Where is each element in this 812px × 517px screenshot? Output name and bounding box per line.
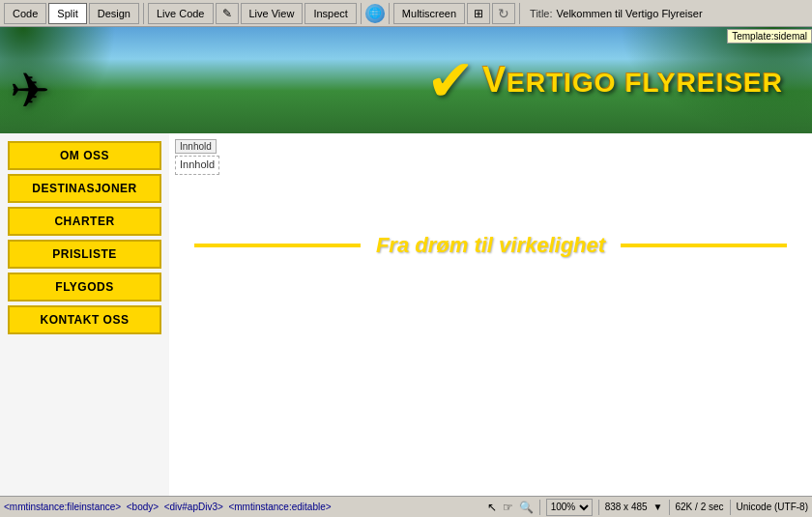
separator-1 [143,3,144,24]
status-path: <mmtinstance:fileinstance> <body> <div#a… [4,502,487,512]
logo-v: V [482,60,507,100]
statusbar: <mmtinstance:fileinstance> <body> <div#a… [0,496,812,517]
nav-item-flygods[interactable]: FLYGODS [8,273,161,302]
status-right: ↖ ☞ 🔍 100% 838 x 485 ▼ 62K / 2 sec Unico… [487,499,808,516]
content-panel: Innhold Innhold Fra drøm til virkelighet [169,133,812,496]
arrow-icon: ▼ [653,502,663,512]
zoom-icon[interactable]: 🔍 [519,501,534,514]
status-separator-4 [730,500,731,515]
tagline-text: Fra drøm til virkelighet [361,233,621,258]
template-badge: Template:sidemal [727,29,812,43]
separator-4 [519,3,520,24]
nav-item-om-oss[interactable]: OM OSS [8,141,161,170]
separator-3 [389,3,390,24]
nav-item-charter[interactable]: CHARTER [8,207,161,236]
innhold-tab-label: Innhold [175,139,217,154]
design-area: ✈ ✔ VERTIGO FLYREISER OM OSS DESTINASJON… [0,27,812,496]
checkmark-icon: ✔ [426,46,475,114]
left-nav: OM OSS DESTINASJONER CHARTER PRISLISTE F… [0,133,169,496]
nav-item-prisliste[interactable]: PRISLISTE [8,240,161,269]
zoom-select[interactable]: 100% [546,499,593,516]
liveview-button[interactable]: Live View [241,3,304,24]
status-path-div[interactable]: <div#apDiv3> [164,502,223,512]
globe-icon: 🌐 [365,4,385,23]
airplane-image: ✈ [10,63,50,119]
split-tab-button[interactable]: Split [48,3,86,24]
code-tab-button[interactable]: Code [4,3,46,24]
encoding-display: Unicode (UTF-8) [737,502,808,512]
header-banner: ✈ ✔ VERTIGO FLYREISER [0,27,812,133]
status-separator-2 [598,500,599,515]
nav-item-kontakt[interactable]: KONTAKT OSS [8,305,161,334]
page-canvas: ✈ ✔ VERTIGO FLYREISER OM OSS DESTINASJON… [0,27,812,496]
hand-icon[interactable]: ☞ [503,501,513,514]
toolbar: Code Split Design Live Code ✎ Live View … [0,0,812,27]
dimensions-display: 838 x 485 [605,502,648,512]
livecode-button[interactable]: Live Code [148,3,214,24]
status-separator-1 [539,500,540,515]
multiscreen-icon-button[interactable]: ⊞ [467,3,490,24]
status-path-fileinstance[interactable]: <mmtinstance:fileinstance> [4,502,121,512]
inspect-button[interactable]: Inspect [304,3,356,24]
tagline-bar: Fra drøm til virkelighet [175,233,806,258]
logo-text: VERTIGO FLYREISER [482,60,783,101]
status-path-editable[interactable]: <mmtinstance:editable> [228,502,331,512]
multiscreen-button[interactable]: Multiscreen [393,3,465,24]
innhold-editable-text[interactable]: Innhold [175,156,219,175]
main-area: Template:sidemal ✈ ✔ VERTIGO FLYREISER [0,27,812,517]
yellow-line-right [621,244,787,247]
design-tab-button[interactable]: Design [89,3,139,24]
yellow-line-left [194,244,361,247]
title-label: Title: [530,8,552,19]
nav-item-destinasjoner[interactable]: DESTINASJONER [8,174,161,203]
filesize-display: 62K / 2 sec [676,502,724,512]
logo-area: ✔ VERTIGO FLYREISER [426,46,783,114]
status-path-body[interactable]: <body> [127,502,159,512]
content-layout: OM OSS DESTINASJONER CHARTER PRISLISTE F… [0,133,812,496]
cursor-icon[interactable]: ↖ [487,501,497,514]
title-area: Title: Velkommen til Vertigo Flyreiser [530,8,702,19]
separator-2 [361,3,362,24]
page-title: Velkommen til Vertigo Flyreiser [557,8,703,19]
status-separator-3 [669,500,670,515]
refresh-button[interactable]: ↻ [492,3,515,24]
livecode-icon-button[interactable]: ✎ [216,3,239,24]
